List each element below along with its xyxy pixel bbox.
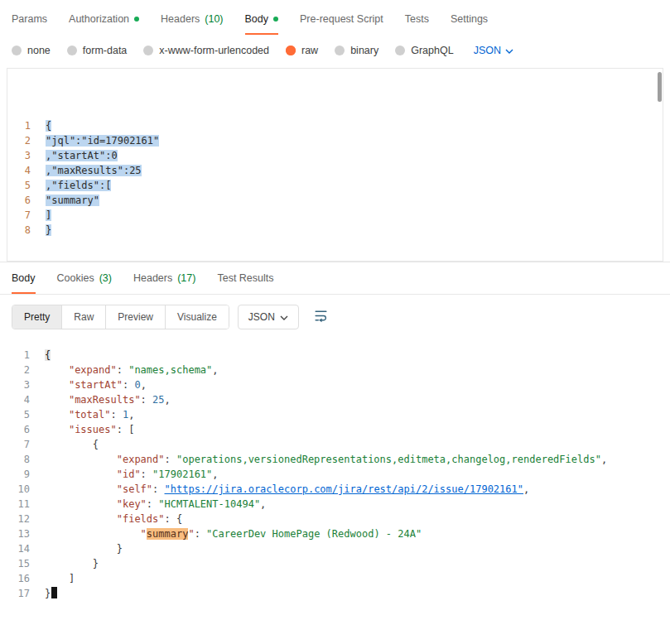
tab-params[interactable]: Params [12, 13, 47, 35]
body-language-dropdown[interactable]: JSON [474, 45, 513, 56]
json-key: "total" [69, 409, 111, 421]
radio-label: binary [350, 45, 378, 56]
code-text: , [212, 364, 218, 376]
json-key: " [141, 528, 147, 540]
segment-label: Visualize [177, 311, 217, 323]
radio-label: raw [301, 45, 318, 56]
code-content: ,"maxResults":25 [46, 163, 142, 178]
code-text [45, 498, 117, 510]
code-text: } [45, 558, 99, 570]
tab-response-body[interactable]: Body [12, 272, 36, 294]
tab-tests[interactable]: Tests [405, 13, 429, 35]
view-mode-pretty[interactable]: Pretty [12, 305, 62, 329]
wrap-lines-button[interactable] [309, 305, 334, 329]
code-text: : [110, 409, 122, 421]
code-line: 5,"fields":[ [7, 178, 663, 193]
tab-cookies[interactable]: Cookies (3) [57, 272, 112, 294]
code-content: "key": "HCMTALENT-10494", [45, 497, 266, 512]
code-text: : [ [117, 424, 135, 435]
code-text: , [165, 394, 171, 406]
headers-count: (10) [205, 13, 223, 25]
response-language-dropdown[interactable]: JSON [238, 305, 299, 329]
tab-body[interactable]: Body [245, 13, 279, 35]
json-key: "id" [117, 469, 141, 480]
code-text: : [117, 364, 128, 376]
request-tabs: Params Authorization Headers (10) Body P… [0, 0, 670, 35]
code-text [45, 528, 141, 540]
json-key: "startAt" [69, 379, 123, 391]
selected-text: "jql":"id=17902161" [46, 135, 159, 147]
code-line: 15 } [7, 556, 670, 571]
tab-authorization[interactable]: Authorization [69, 13, 139, 35]
code-text: , [523, 483, 529, 495]
radio-label: x-www-form-urlencoded [159, 45, 269, 56]
radio-label: form-data [83, 45, 128, 56]
tab-label: Authorization [69, 13, 129, 25]
code-content: { [45, 348, 51, 363]
code-text: : [141, 394, 152, 406]
view-mode-raw[interactable]: Raw [62, 305, 106, 329]
code-content: } [45, 556, 99, 571]
json-string: "CareerDev HomePage (Redwood) - 24A" [206, 528, 422, 540]
json-number: 0 [134, 379, 140, 391]
code-text [45, 424, 69, 435]
code-text: : [123, 379, 134, 391]
code-text [45, 469, 117, 480]
tab-pre-request-script[interactable]: Pre-request Script [300, 13, 383, 35]
request-body-editor[interactable]: 1{2"jql":"id=17902161"3,"startAt":04,"ma… [7, 68, 663, 262]
search-highlight: summary [147, 528, 189, 540]
json-key: " [188, 528, 194, 540]
code-content: } [45, 541, 123, 556]
body-type-none[interactable]: none [12, 45, 51, 56]
tab-response-headers[interactable]: Headers (17) [133, 272, 195, 294]
code-text: : [152, 483, 164, 495]
code-content: } [46, 223, 51, 238]
radio-icon [395, 46, 405, 55]
response-body-viewer[interactable]: 1{2 "expand": "names,schema",3 "startAt"… [0, 339, 670, 601]
code-text: : [195, 528, 206, 540]
line-number: 4 [7, 163, 46, 178]
body-type-graphql[interactable]: GraphQL [395, 45, 453, 56]
code-line: 8 "expand": "operations,versionedReprese… [7, 452, 670, 467]
json-string: "HCMTALENT-10494" [158, 498, 260, 510]
language-label: JSON [474, 45, 501, 56]
code-content: ,"startAt":0 [46, 148, 118, 163]
code-content: { [46, 118, 51, 133]
line-number: 1 [7, 348, 45, 363]
json-key: "expand" [117, 454, 165, 465]
line-number: 6 [7, 193, 46, 208]
tab-label: Tests [405, 13, 429, 25]
code-line: 14 } [7, 541, 670, 556]
body-type-form-data[interactable]: form-data [67, 45, 128, 56]
response-headers-count: (17) [177, 272, 195, 284]
code-line: 17} [7, 586, 670, 601]
code-text: : [147, 498, 158, 510]
json-key: "maxResults" [69, 394, 141, 406]
tab-headers[interactable]: Headers (10) [161, 13, 223, 35]
response-toolbar: Pretty Raw Preview Visualize JSON [0, 295, 670, 339]
code-content: "id": "17902161", [45, 467, 219, 482]
code-line: 1{ [7, 118, 663, 133]
selected-text: ] [46, 209, 51, 221]
tab-test-results[interactable]: Test Results [217, 272, 273, 294]
line-number: 17 [7, 586, 45, 601]
green-dot-icon [273, 17, 278, 22]
line-number: 3 [7, 148, 46, 163]
segment-label: Raw [74, 311, 94, 323]
code-line: 7] [7, 208, 663, 223]
line-number: 9 [7, 467, 45, 482]
line-number: 7 [7, 437, 45, 452]
line-number: 12 [7, 512, 45, 526]
tab-settings[interactable]: Settings [451, 13, 488, 35]
line-number: 2 [7, 363, 45, 377]
body-type-x-www-form-urlencoded[interactable]: x-www-form-urlencoded [143, 45, 269, 56]
radio-icon [67, 46, 77, 55]
view-mode-preview[interactable]: Preview [106, 305, 166, 329]
view-mode-visualize[interactable]: Visualize [166, 305, 229, 329]
body-type-binary[interactable]: binary [335, 45, 378, 56]
body-type-raw[interactable]: raw [286, 45, 318, 56]
json-link[interactable]: "https://jira.oraclecorp.com/jira/rest/a… [165, 483, 523, 495]
code-text: { [45, 439, 99, 450]
scrollbar-thumb[interactable] [658, 72, 662, 102]
code-text: : { [165, 513, 183, 525]
